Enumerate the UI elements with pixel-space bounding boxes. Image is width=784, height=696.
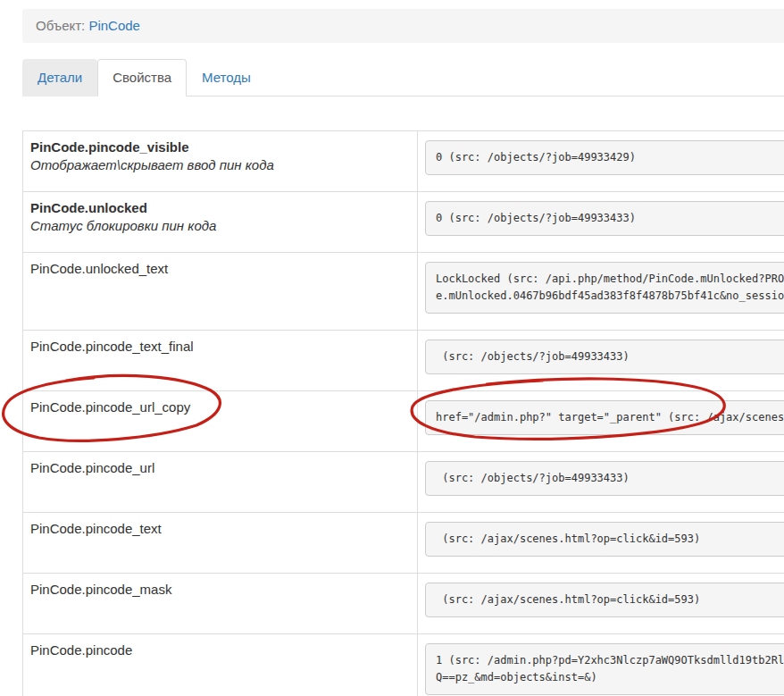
table-row: PinCode.unlocked_text LockLocked (src: /… bbox=[23, 253, 784, 331]
property-name: PinCode.unlocked bbox=[30, 199, 410, 217]
tab-properties[interactable]: Свойства bbox=[97, 59, 187, 96]
property-name: PinCode.pincode_url_copy bbox=[30, 398, 410, 416]
tab-methods[interactable]: Методы bbox=[187, 59, 266, 96]
tab-methods-label[interactable]: Методы bbox=[187, 59, 266, 96]
property-value-code: (src: /objects/?job=49933433) bbox=[425, 461, 784, 496]
table-row: PinCode.pincode_mask (src: /ajax/scenes.… bbox=[23, 574, 784, 634]
page: Объект: PinCode Детали Свойства Методы P… bbox=[22, 0, 784, 696]
property-name: PinCode.pincode_visible bbox=[30, 138, 410, 156]
property-value-code: 0 (src: /objects/?job=49933429) bbox=[425, 140, 784, 175]
tab-details-label[interactable]: Детали bbox=[22, 59, 97, 96]
property-value-code: 0 (src: /objects/?job=49933433) bbox=[425, 201, 784, 236]
property-name: PinCode.pincode_mask bbox=[30, 581, 410, 599]
property-value-code: (src: /objects/?job=49933433) bbox=[425, 340, 784, 374]
property-value-code: (src: /ajax/scenes.html?op=click&id=593) bbox=[425, 522, 784, 557]
object-label: Объект: bbox=[36, 18, 85, 33]
property-name: PinCode.pincode bbox=[30, 641, 410, 659]
property-name: PinCode.unlocked_text bbox=[30, 260, 410, 278]
property-name: PinCode.pincode_text_final bbox=[30, 338, 410, 356]
property-value-code: LockLocked (src: /api.php/method/PinCode… bbox=[425, 262, 784, 314]
table-row: PinCode.pincode_url (src: /objects/?job=… bbox=[23, 452, 784, 513]
property-value-code: (src: /ajax/scenes.html?op=click&id=593) bbox=[425, 583, 784, 617]
property-description: Статус блокировки пин кода bbox=[30, 217, 410, 235]
table-row: PinCode.pincode 1 (src: /admin.php?pd=Y2… bbox=[23, 634, 784, 696]
table-row: PinCode.pincode_text_final (src: /object… bbox=[23, 331, 784, 391]
table-row: PinCode.unlocked Статус блокировки пин к… bbox=[23, 192, 784, 253]
table-row-pincode-url-copy: PinCode.pincode_url_copy href="/admin.ph… bbox=[23, 391, 784, 452]
property-name: PinCode.pincode_url bbox=[30, 459, 410, 477]
properties-table: PinCode.pincode_visible Отображает\скрыв… bbox=[22, 130, 784, 696]
property-name: PinCode.pincode_text bbox=[30, 520, 410, 538]
table-row: PinCode.pincode_text (src: /ajax/scenes.… bbox=[23, 513, 784, 574]
tab-details[interactable]: Детали bbox=[22, 59, 97, 96]
object-name-link[interactable]: PinCode bbox=[88, 18, 140, 33]
property-value-code: href="/admin.php?" target="_parent" (src… bbox=[425, 400, 784, 435]
property-value-code: 1 (src: /admin.php?pd=Y2xhc3Nlczp7aWQ9OT… bbox=[425, 643, 784, 695]
tab-bar: Детали Свойства Методы bbox=[22, 59, 784, 96]
tab-properties-label[interactable]: Свойства bbox=[97, 59, 187, 96]
property-description: Отображает\скрывает ввод пин кода bbox=[30, 156, 410, 174]
object-header: Объект: PinCode bbox=[22, 9, 784, 43]
table-row: PinCode.pincode_visible Отображает\скрыв… bbox=[23, 131, 784, 192]
